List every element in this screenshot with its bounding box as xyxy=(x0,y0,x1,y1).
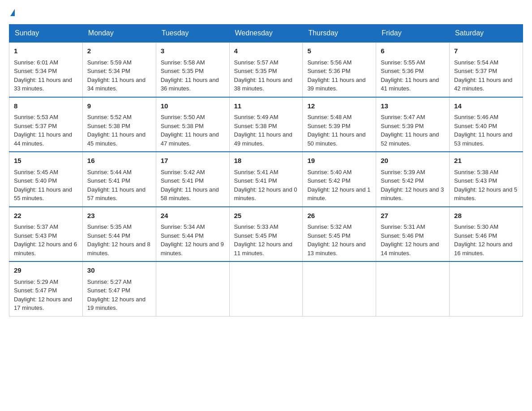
calendar-table: SundayMondayTuesdayWednesdayThursdayFrid… xyxy=(9,24,523,317)
sunrise-label: Sunrise: 5:47 AM xyxy=(381,114,425,120)
sunset-label: Sunset: 5:36 PM xyxy=(381,68,424,74)
day-number: 6 xyxy=(381,46,445,56)
sunset-label: Sunset: 5:45 PM xyxy=(234,232,277,239)
sunset-label: Sunset: 5:41 PM xyxy=(161,177,204,184)
daylight-label: Daylight: 11 hours and 52 minutes. xyxy=(381,131,439,147)
sunrise-label: Sunrise: 5:55 AM xyxy=(381,59,425,66)
day-number: 5 xyxy=(307,46,371,56)
day-number: 3 xyxy=(161,46,225,56)
sunrise-label: Sunrise: 5:56 AM xyxy=(307,59,352,66)
sunrise-label: Sunrise: 5:32 AM xyxy=(307,223,352,230)
sunrise-label: Sunrise: 5:50 AM xyxy=(161,114,205,120)
day-number: 24 xyxy=(161,211,225,221)
daylight-label: Daylight: 12 hours and 8 minutes. xyxy=(87,241,150,257)
sunrise-label: Sunrise: 6:01 AM xyxy=(14,59,58,66)
sunrise-label: Sunrise: 5:59 AM xyxy=(87,59,132,66)
sunset-label: Sunset: 5:47 PM xyxy=(87,287,130,294)
sunrise-label: Sunrise: 5:30 AM xyxy=(454,223,498,230)
day-number: 29 xyxy=(14,265,78,276)
daylight-label: Daylight: 12 hours and 11 minutes. xyxy=(234,241,292,257)
sunrise-label: Sunrise: 5:40 AM xyxy=(307,169,352,176)
daylight-label: Daylight: 11 hours and 45 minutes. xyxy=(87,131,146,147)
calendar-cell: 12Sunrise: 5:48 AMSunset: 5:39 PMDayligh… xyxy=(303,97,376,152)
sunrise-label: Sunrise: 5:57 AM xyxy=(234,59,279,66)
daylight-label: Daylight: 11 hours and 49 minutes. xyxy=(234,131,292,147)
calendar-week-row: 1Sunrise: 6:01 AMSunset: 5:34 PMDaylight… xyxy=(9,42,523,97)
sunset-label: Sunset: 5:41 PM xyxy=(234,177,277,184)
calendar-cell: 30Sunrise: 5:27 AMSunset: 5:47 PMDayligh… xyxy=(82,261,156,316)
sunrise-label: Sunrise: 5:38 AM xyxy=(454,169,498,176)
sunset-label: Sunset: 5:44 PM xyxy=(161,232,204,239)
page-header xyxy=(9,9,523,15)
day-number: 27 xyxy=(381,211,445,221)
day-number: 8 xyxy=(14,101,78,111)
weekday-header-thursday: Thursday xyxy=(303,25,376,43)
sunrise-label: Sunrise: 5:42 AM xyxy=(161,169,205,176)
calendar-header-row: SundayMondayTuesdayWednesdayThursdayFrid… xyxy=(9,25,523,43)
calendar-cell: 23Sunrise: 5:35 AMSunset: 5:44 PMDayligh… xyxy=(82,207,156,262)
day-number: 15 xyxy=(14,156,78,166)
day-number: 22 xyxy=(14,211,78,221)
day-number: 19 xyxy=(307,156,371,166)
calendar-week-row: 22Sunrise: 5:37 AMSunset: 5:43 PMDayligh… xyxy=(9,207,523,262)
calendar-week-row: 29Sunrise: 5:29 AMSunset: 5:47 PMDayligh… xyxy=(9,261,523,316)
daylight-label: Daylight: 11 hours and 47 minutes. xyxy=(161,131,219,147)
day-number: 1 xyxy=(14,46,78,56)
sunrise-label: Sunrise: 5:39 AM xyxy=(381,169,425,176)
daylight-label: Daylight: 11 hours and 42 minutes. xyxy=(454,77,512,92)
calendar-cell xyxy=(376,261,450,316)
calendar-cell: 20Sunrise: 5:39 AMSunset: 5:42 PMDayligh… xyxy=(376,152,450,207)
daylight-label: Daylight: 12 hours and 19 minutes. xyxy=(87,296,146,312)
sunset-label: Sunset: 5:38 PM xyxy=(234,123,277,129)
day-number: 25 xyxy=(234,211,298,221)
day-number: 13 xyxy=(381,101,445,111)
calendar-cell: 1Sunrise: 6:01 AMSunset: 5:34 PMDaylight… xyxy=(9,42,83,97)
calendar-cell: 16Sunrise: 5:44 AMSunset: 5:41 PMDayligh… xyxy=(82,152,156,207)
daylight-label: Daylight: 12 hours and 6 minutes. xyxy=(14,241,77,257)
calendar-cell: 24Sunrise: 5:34 AMSunset: 5:44 PMDayligh… xyxy=(156,207,229,262)
day-number: 17 xyxy=(161,156,225,166)
day-number: 14 xyxy=(454,101,518,111)
calendar-cell: 27Sunrise: 5:31 AMSunset: 5:46 PMDayligh… xyxy=(376,207,450,262)
sunrise-label: Sunrise: 5:33 AM xyxy=(234,223,279,230)
daylight-label: Daylight: 11 hours and 39 minutes. xyxy=(307,77,365,92)
sunrise-label: Sunrise: 5:58 AM xyxy=(161,59,205,66)
sunset-label: Sunset: 5:41 PM xyxy=(87,177,130,184)
calendar-week-row: 8Sunrise: 5:53 AMSunset: 5:37 PMDaylight… xyxy=(9,97,523,152)
daylight-label: Daylight: 11 hours and 36 minutes. xyxy=(161,77,219,92)
sunset-label: Sunset: 5:46 PM xyxy=(454,232,497,239)
daylight-label: Daylight: 11 hours and 50 minutes. xyxy=(307,131,365,147)
logo xyxy=(9,9,15,15)
day-number: 28 xyxy=(454,211,518,221)
day-number: 20 xyxy=(381,156,445,166)
calendar-cell: 13Sunrise: 5:47 AMSunset: 5:39 PMDayligh… xyxy=(376,97,450,152)
daylight-label: Daylight: 12 hours and 13 minutes. xyxy=(307,241,365,257)
calendar-cell: 22Sunrise: 5:37 AMSunset: 5:43 PMDayligh… xyxy=(9,207,83,262)
calendar-cell: 28Sunrise: 5:30 AMSunset: 5:46 PMDayligh… xyxy=(450,207,523,262)
calendar-cell: 5Sunrise: 5:56 AMSunset: 5:36 PMDaylight… xyxy=(303,42,376,97)
sunset-label: Sunset: 5:43 PM xyxy=(454,177,497,184)
day-number: 18 xyxy=(234,156,298,166)
sunrise-label: Sunrise: 5:48 AM xyxy=(307,114,352,120)
calendar-cell: 9Sunrise: 5:52 AMSunset: 5:38 PMDaylight… xyxy=(82,97,156,152)
calendar-cell: 29Sunrise: 5:29 AMSunset: 5:47 PMDayligh… xyxy=(9,261,83,316)
calendar-cell: 19Sunrise: 5:40 AMSunset: 5:42 PMDayligh… xyxy=(303,152,376,207)
sunrise-label: Sunrise: 5:31 AM xyxy=(381,223,425,230)
daylight-label: Daylight: 11 hours and 44 minutes. xyxy=(14,131,72,147)
sunrise-label: Sunrise: 5:29 AM xyxy=(14,278,58,285)
calendar-cell xyxy=(156,261,229,316)
calendar-cell: 3Sunrise: 5:58 AMSunset: 5:35 PMDaylight… xyxy=(156,42,229,97)
daylight-label: Daylight: 12 hours and 3 minutes. xyxy=(381,186,444,202)
sunset-label: Sunset: 5:40 PM xyxy=(14,177,57,184)
day-number: 23 xyxy=(87,211,151,221)
daylight-label: Daylight: 11 hours and 34 minutes. xyxy=(87,77,146,92)
daylight-label: Daylight: 11 hours and 58 minutes. xyxy=(161,186,219,202)
calendar-cell: 6Sunrise: 5:55 AMSunset: 5:36 PMDaylight… xyxy=(376,42,450,97)
calendar-cell: 2Sunrise: 5:59 AMSunset: 5:34 PMDaylight… xyxy=(82,42,156,97)
day-number: 16 xyxy=(87,156,151,166)
daylight-label: Daylight: 11 hours and 57 minutes. xyxy=(87,186,146,202)
sunrise-label: Sunrise: 5:41 AM xyxy=(234,169,279,176)
calendar-cell: 25Sunrise: 5:33 AMSunset: 5:45 PMDayligh… xyxy=(229,207,303,262)
weekday-header-wednesday: Wednesday xyxy=(229,25,303,43)
sunset-label: Sunset: 5:42 PM xyxy=(381,177,424,184)
